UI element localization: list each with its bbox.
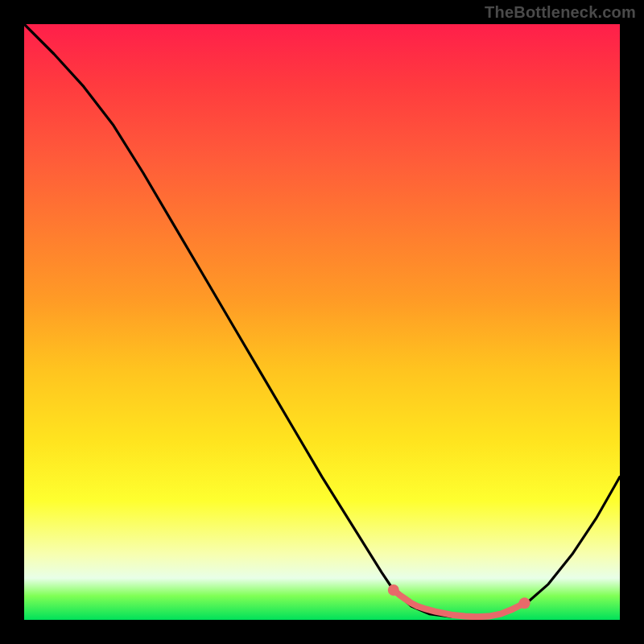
- bottleneck-curve: [24, 24, 620, 617]
- source-watermark: TheBottleneck.com: [485, 3, 636, 22]
- highlight-mid-dot: [450, 613, 456, 618]
- plot-area: [24, 24, 620, 620]
- highlight-endpoint-dot: [519, 597, 530, 609]
- bottleneck-chart: [24, 24, 620, 620]
- chart-frame: TheBottleneck.com: [0, 0, 644, 644]
- highlight-mid-dot: [474, 614, 480, 620]
- highlight-mid-dot: [415, 603, 420, 609]
- highlight-endpoint-dot: [388, 584, 399, 596]
- optimal-range-highlight: [394, 590, 525, 617]
- highlight-mid-dot: [432, 609, 438, 614]
